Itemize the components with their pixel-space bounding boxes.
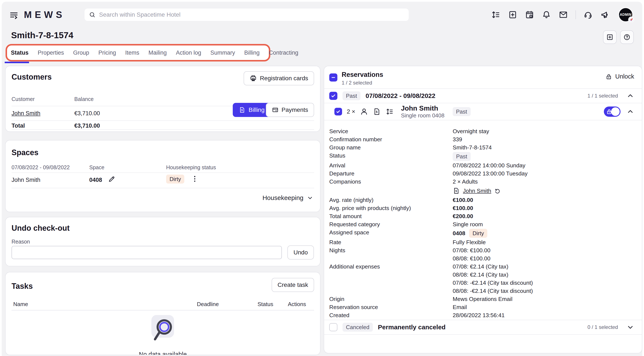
housekeeping-dropdown[interactable]: Housekeeping xyxy=(262,194,313,201)
billing-button[interactable]: $ Billing xyxy=(233,103,270,117)
svg-text:$: $ xyxy=(456,189,457,193)
undo-button[interactable]: Undo xyxy=(288,245,314,260)
reservations-panel: Reservations 1 / 2 selected Unlock Past … xyxy=(324,66,642,354)
add-window-icon[interactable] xyxy=(603,30,617,44)
undo-checkout-card: Undo check-out Reason Undo xyxy=(5,217,320,266)
messages-icon[interactable] xyxy=(558,10,568,19)
calendar-view-icon[interactable] xyxy=(525,10,534,19)
edit-space-icon[interactable] xyxy=(108,175,116,183)
detail-row: Avg. rate (nightly)€100.00 xyxy=(329,196,637,204)
tab-billing[interactable]: Billing xyxy=(244,49,260,56)
tab-status[interactable]: Status xyxy=(11,49,28,56)
canceled-group-row[interactable]: Canceled Permanently canceled 0 / 1 sele… xyxy=(324,320,642,335)
active-tab-underline xyxy=(5,62,29,63)
rocket-icon xyxy=(628,16,634,23)
tab-action-log[interactable]: Action log xyxy=(176,49,201,56)
total-value: €3,710.00 xyxy=(74,122,100,129)
user-avatar[interactable]: ADMIN xyxy=(618,7,633,22)
create-task-button[interactable]: Create task xyxy=(272,278,314,292)
status-badge: Past xyxy=(453,152,470,161)
announcements-icon[interactable] xyxy=(600,10,610,19)
page-title: Smith-7-8-1574 xyxy=(11,30,74,40)
space-guest: John Smith xyxy=(12,177,40,183)
payments-button[interactable]: Payments xyxy=(266,103,314,117)
detail-row: Additional expenses 07/08: €2.14 (City t… xyxy=(329,263,637,295)
chevron-up-icon[interactable] xyxy=(626,92,634,100)
add-reservation-icon[interactable] xyxy=(508,10,518,19)
tab-pricing[interactable]: Pricing xyxy=(98,49,116,56)
col-customer: Customer xyxy=(12,96,34,102)
chevron-up-icon[interactable] xyxy=(626,108,634,115)
reservation-guest: John Smith Single room 0408 xyxy=(401,104,444,119)
detail-row: RateFully Flexible xyxy=(329,238,637,246)
detail-row: Requested categorySingle room xyxy=(329,220,637,228)
customer-link[interactable]: John Smith xyxy=(12,110,40,117)
reservation-details: ServiceOvernight stay Confirmation numbe… xyxy=(329,127,637,319)
chevron-down-icon[interactable] xyxy=(626,323,634,331)
divider xyxy=(12,129,314,130)
col-balance: Balance xyxy=(74,96,94,102)
lock-icon xyxy=(605,73,612,80)
registration-cards-button[interactable]: Registration cards xyxy=(244,71,314,85)
refresh-icon[interactable] xyxy=(494,188,501,194)
divider xyxy=(12,172,314,173)
select-all-checkbox[interactable] xyxy=(329,73,337,81)
col-status: Status xyxy=(258,301,273,308)
toggle-knob xyxy=(611,107,620,116)
lock-toggle[interactable] xyxy=(604,106,620,117)
unlock-button[interactable]: Unlock xyxy=(605,73,634,80)
reservations-selected-count: 1 / 2 selected xyxy=(342,80,372,86)
reservation-checkbox[interactable] xyxy=(334,108,342,115)
notifications-icon[interactable] xyxy=(542,10,551,19)
support-icon[interactable] xyxy=(583,10,593,19)
group-dates: 07/08/2022 - 09/08/2022 xyxy=(366,92,436,99)
total-label: Total xyxy=(12,122,25,129)
help-icon[interactable] xyxy=(620,30,634,44)
dirty-badge: Dirty xyxy=(469,229,487,238)
mews-logo: MEWS xyxy=(24,9,65,20)
detail-row: Companions 2 × Adults $ John Smith xyxy=(329,178,637,196)
search-input[interactable] xyxy=(99,11,404,18)
guest-icon xyxy=(360,108,368,116)
group-checkbox[interactable] xyxy=(329,92,337,100)
reservation-item-row[interactable]: 2 × $ John Smith Single room 0408 Past xyxy=(324,103,642,120)
canceled-checkbox[interactable] xyxy=(329,323,337,331)
canceled-title: Permanently canceled xyxy=(378,324,446,331)
detail-row: Created28/06/2022 13:56:41 xyxy=(329,311,637,319)
credit-card-icon xyxy=(272,106,279,113)
reservation-group-row[interactable]: Past 07/08/2022 - 09/08/2022 1 / 1 selec… xyxy=(324,89,642,103)
search-icon xyxy=(89,11,96,18)
divider xyxy=(12,120,314,121)
canceled-selected-count: 0 / 1 selected xyxy=(588,324,618,330)
reason-input[interactable] xyxy=(12,246,282,259)
tab-mailing[interactable]: Mailing xyxy=(148,49,167,56)
customers-card: Customers Registration cards Customer Ba… xyxy=(5,66,320,132)
menu-icon[interactable] xyxy=(9,10,19,20)
col-deadline: Deadline xyxy=(197,301,219,308)
reservations-header: Reservations 1 / 2 selected Unlock xyxy=(324,66,642,88)
group-status-badge: Past xyxy=(342,91,360,100)
detail-row: Reservation sourceEmail xyxy=(329,303,637,311)
detail-row: ServiceOvernight stay xyxy=(329,127,637,135)
tab-summary[interactable]: Summary xyxy=(210,49,235,56)
global-search[interactable] xyxy=(84,8,409,21)
tab-contracting[interactable]: Contracting xyxy=(269,49,298,56)
rate-order-icon xyxy=(386,108,394,116)
reservations-title: Reservations xyxy=(342,71,383,78)
customer-balance: €3,710.00 xyxy=(74,110,100,117)
reservation-status-badge: Past xyxy=(453,107,470,116)
invoice-icon: $ xyxy=(373,108,381,116)
col-space: Space xyxy=(89,164,104,171)
tab-group[interactable]: Group xyxy=(73,49,89,56)
reservation-queue-icon[interactable] xyxy=(491,10,500,19)
companion-link[interactable]: John Smith xyxy=(463,187,491,195)
canceled-badge: Canceled xyxy=(342,323,373,332)
tab-items[interactable]: Items xyxy=(125,49,139,56)
customers-title: Customers xyxy=(12,72,52,81)
detail-row: Total amount€200.00 xyxy=(329,212,637,220)
tab-properties[interactable]: Properties xyxy=(38,49,64,56)
kebab-menu-icon[interactable] xyxy=(190,175,199,183)
spaces-card: Spaces 07/08/2022 - 09/08/2022 Space Hou… xyxy=(5,140,320,212)
svg-text:$: $ xyxy=(241,109,243,112)
svg-text:$: $ xyxy=(376,110,378,113)
